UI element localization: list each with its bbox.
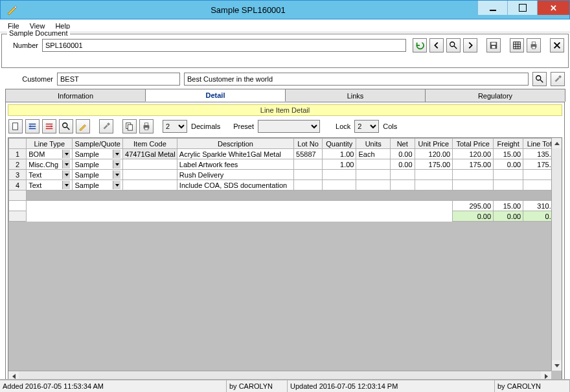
svg-rect-17 [144,128,148,130]
grid-vscroll[interactable] [551,138,562,371]
grid-button[interactable] [510,38,524,52]
undo-button[interactable] [413,38,427,52]
new-line-button[interactable] [8,119,23,133]
svg-point-8 [536,76,541,80]
tab-links[interactable]: Links [285,89,426,102]
tab-detail[interactable]: Detail [145,89,286,102]
svg-rect-6 [532,42,535,45]
table-row[interactable]: 3TextSampleRush Delivery [9,170,562,180]
svg-rect-16 [144,123,148,126]
col-units: Units [356,139,390,149]
table-row[interactable]: 2Misc.ChgSampleLabel Artwork fees1.000.0… [9,159,562,170]
col-lot-no: Lot No [294,139,323,149]
customer-name-input[interactable] [184,73,529,86]
col-sample-quote: Sample/Quote [73,139,123,149]
status-updated-by: by CAROLYN [495,380,570,392]
indent-right-button[interactable] [42,119,56,133]
dropdown-arrow-icon[interactable] [113,160,120,168]
tab-body: Line Item Detail 2 Decimals Preset Lock … [5,102,565,384]
number-input[interactable] [42,39,406,52]
col-quantity: Quantity [323,139,356,149]
tab-regulatory[interactable]: Regulatory [425,89,565,102]
col-rownum [9,139,27,149]
dropdown-arrow-icon[interactable] [62,160,70,168]
status-added: Added 2016-07-05 11:53:34 AM [0,380,227,392]
grid-spacer-row [9,190,562,201]
status-bar: Added 2016-07-05 11:53:34 AM by CAROLYN … [0,379,570,392]
svg-point-0 [450,42,455,47]
number-label: Number [6,41,38,49]
print-detail-button[interactable] [139,119,154,133]
minimize-button[interactable] [477,1,507,15]
prev-button[interactable] [429,38,444,52]
totals-row-2: 0.00 0.00 0.00 [9,211,562,222]
save-button[interactable] [486,38,501,52]
customer-row: Customer [5,72,565,86]
titlebar: Sample SPL160001 [0,0,570,19]
grid-header-row: Line Type Sample/Quote Item Code Descrip… [9,139,562,149]
col-description: Description [177,139,293,149]
copy-button[interactable] [122,119,137,133]
dropdown-arrow-icon[interactable] [113,150,120,158]
svg-rect-4 [514,42,521,49]
dropdown-arrow-icon[interactable] [62,181,70,189]
svg-rect-7 [532,47,535,49]
preset-select[interactable] [258,120,320,133]
app-icon [5,3,19,17]
preset-label: Preset [232,122,255,130]
svg-rect-10 [13,123,18,130]
maximize-button[interactable] [507,1,537,15]
status-added-by: by CAROLYN [227,380,288,392]
col-item-code: Item Code [123,139,177,149]
sample-document-frame: Sample Document Number [1,34,569,68]
svg-rect-14 [128,124,132,130]
dropdown-arrow-icon[interactable] [113,181,120,189]
scroll-up-icon[interactable] [552,138,562,148]
detail-toolbar: 2 Decimals Preset Lock 2 Cols [6,118,564,135]
delete-button[interactable] [550,38,564,52]
search-button[interactable] [446,38,461,52]
close-button[interactable] [537,1,569,15]
svg-rect-2 [492,43,496,45]
lock-select[interactable]: 2 [354,120,379,133]
col-net: Net [390,139,415,149]
svg-point-11 [63,123,67,128]
lock-label: Lock [334,122,352,130]
col-line-type: Line Type [27,139,73,149]
tool-button[interactable] [99,119,113,133]
svg-rect-12 [107,122,110,126]
status-updated: Updated 2016-07-05 12:03:14 PM [288,380,495,392]
customer-settings-button[interactable] [551,72,565,86]
customer-search-button[interactable] [532,72,547,86]
line-item-grid[interactable]: Line Type Sample/Quote Item Code Descrip… [8,137,562,382]
decimals-label: Decimals [190,122,222,130]
dropdown-arrow-icon[interactable] [113,170,120,179]
menu-bar: File View Help [0,19,570,32]
print-button[interactable] [527,38,541,52]
frame-label: Sample Document [7,29,70,37]
table-row[interactable]: 1BOMSample47471Gal MetalAcrylic Sparkle … [9,149,562,159]
scroll-down-icon[interactable] [552,360,562,371]
next-button[interactable] [463,38,477,52]
svg-rect-9 [558,75,562,78]
customer-label: Customer [5,75,53,83]
dropdown-arrow-icon[interactable] [62,170,70,179]
dropdown-arrow-icon[interactable] [62,150,70,158]
edit-button[interactable] [76,119,90,133]
tabs: Information Detail Links Regulatory [5,89,565,102]
col-freight: Freight [494,139,523,149]
cols-label: Cols [382,122,398,130]
customer-code-input[interactable] [57,73,180,86]
col-total-price: Total Price [453,139,494,149]
table-row[interactable]: 4TextSampleInclude COA, SDS documentatio… [9,180,562,190]
detail-banner: Line Item Detail [8,104,562,116]
window-title: Sample SPL160001 [19,5,477,15]
find-button[interactable] [59,119,73,133]
tab-information[interactable]: Information [5,89,146,102]
totals-row-1: 295.00 15.00 310.00 [9,201,562,211]
decimals-select[interactable]: 2 [163,120,187,133]
svg-rect-3 [492,46,495,49]
col-unit-price: Unit Price [415,139,453,149]
indent-left-button[interactable] [25,119,40,133]
